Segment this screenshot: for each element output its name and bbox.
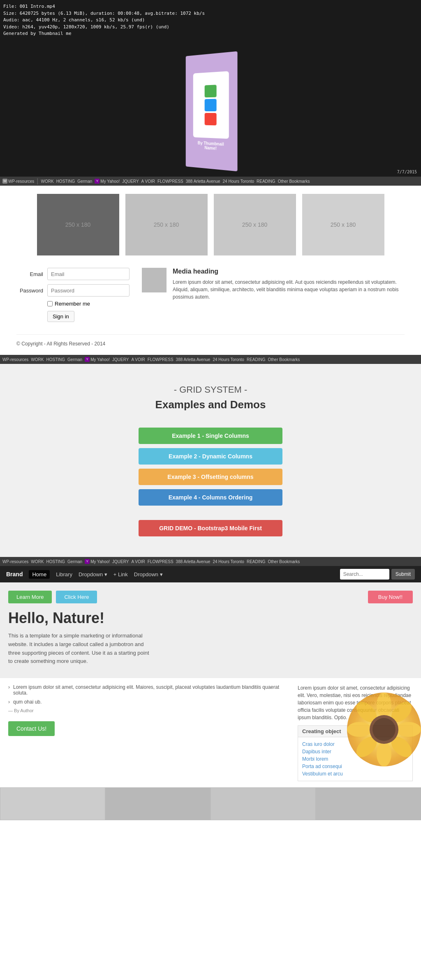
example2-button[interactable]: Example 2 - Dynamic Columns	[139, 448, 282, 465]
remember-label: Remember me	[55, 301, 90, 307]
example1-button[interactable]: Example 1 - Single Columns	[139, 428, 282, 444]
password-input[interactable]	[47, 284, 130, 297]
nav-item-link[interactable]: + Link	[113, 571, 128, 577]
svg-point-2	[396, 722, 421, 737]
grid-buttons: Example 1 - Single Columns Example 2 - D…	[16, 428, 405, 506]
bottom-thumb-2	[105, 787, 210, 820]
svg-point-6	[347, 722, 372, 737]
bookmark3-388[interactable]: 388 Arletta Avenue	[176, 559, 210, 564]
bookmark3-yahoo[interactable]: YMy Yahoo!	[85, 559, 110, 564]
search-form: Submit	[340, 569, 415, 580]
bottom-thumb-1	[0, 787, 105, 820]
bottom-thumb-3	[210, 787, 316, 820]
bookmark3-jquery[interactable]: JQUERY	[112, 559, 129, 564]
carousel-text-1: Lorem ipsum dolor sit amet, consectetur …	[13, 684, 289, 696]
bookmark2-388[interactable]: 388 Arletta Avenue	[176, 357, 210, 362]
phone-screen	[193, 71, 229, 139]
example4-button[interactable]: Example 4 - Columns Ordering	[139, 489, 282, 506]
hero-btn-click[interactable]: Click Here	[56, 591, 97, 603]
nav-item-home[interactable]: Home	[29, 570, 50, 579]
bookmark3-german[interactable]: German	[67, 559, 82, 564]
password-label: Password	[16, 288, 43, 294]
file-info-2: Size: 6420725 bytes (6.13 MiB), duration…	[3, 10, 418, 17]
email-input[interactable]	[47, 268, 130, 280]
bottom-thumbnails	[0, 787, 421, 820]
bookmark3-flowpress[interactable]: FLOWPRESS	[148, 559, 173, 564]
bookmark2-reading[interactable]: READING	[247, 357, 266, 362]
email-group: Email	[16, 268, 130, 280]
media-content: Media heading Lorem ipsum dolor sit amet…	[173, 268, 405, 301]
hero-title: Hello, Nature!	[8, 610, 413, 627]
navbar-brand: Brand	[6, 571, 23, 577]
bookmark3-24h[interactable]: 24 Hours Toronto	[213, 559, 244, 564]
hero-area: Learn More Click Here Buy Now!! Hello, N…	[0, 582, 421, 678]
nav-item-dropdown1[interactable]: Dropdown ▾	[79, 571, 107, 577]
bookmark3-reading[interactable]: READING	[247, 559, 266, 564]
media-block: Media heading Lorem ipsum dolor sit amet…	[142, 268, 405, 301]
bookmarks-bar-3: WP-resources WORK HOSTING German YMy Yah…	[0, 557, 421, 566]
search-input[interactable]	[340, 569, 389, 580]
video-section: File: 001 Intro.mp4 Size: 6420725 bytes …	[0, 0, 421, 177]
file-info-3: Audio: aac, 44100 Hz, 2 channels, s16, 5…	[3, 17, 418, 24]
email-label: Email	[16, 271, 43, 277]
image-row: 250 x 180 250 x 180 250 x 180 250 x 180	[16, 194, 405, 255]
image-3: 250 x 180	[214, 194, 296, 255]
hero-description: This is a template for a simple marketin…	[8, 632, 152, 666]
bottom-thumb-4	[316, 787, 421, 820]
main-content: › Lorem ipsum dolor sit amet, consectetu…	[0, 678, 421, 787]
navbar: Brand Home Library Dropdown ▾ + Link Dro…	[0, 566, 421, 582]
hero-btn-learn[interactable]: Learn More	[8, 591, 52, 603]
media-thumbnail	[142, 268, 167, 292]
bookmark2-other[interactable]: Other Bookmarks	[268, 357, 300, 362]
wordpress-section: 250 x 180 250 x 180 250 x 180 250 x 180 …	[0, 186, 421, 355]
bookmark2-avoir[interactable]: A VOIR	[131, 357, 145, 362]
carousel-item-2: › qum ohai ub.	[8, 699, 289, 705]
bookmark3-work[interactable]: WORK	[31, 559, 44, 564]
main-right-column: Lorem ipsum dolor sit amet, consectetur …	[298, 684, 413, 781]
search-button[interactable]: Submit	[391, 569, 415, 580]
phone-icon-3	[205, 113, 217, 125]
video-info: File: 001 Intro.mp4 Size: 6420725 bytes …	[3, 3, 418, 37]
panel-item-5[interactable]: Vestibulum et arcu	[302, 770, 408, 778]
bookmark2-german[interactable]: German	[67, 357, 82, 362]
nav-item-dropdown2[interactable]: Dropdown ▾	[134, 571, 163, 577]
phone-icon-1	[205, 85, 217, 97]
bookmark3-other[interactable]: Other Bookmarks	[268, 559, 300, 564]
bookmark2-hosting[interactable]: HOSTING	[46, 357, 65, 362]
video-timestamp: 7/7/2015	[397, 170, 417, 174]
example3-button[interactable]: Example 3 - Offsetting columns	[139, 469, 282, 485]
login-form: Email Password Remember me Sign in	[16, 268, 130, 322]
remember-checkbox[interactable]	[47, 301, 53, 306]
svg-point-0	[377, 692, 391, 717]
sunflower-svg	[347, 692, 421, 766]
bookmark2-wp[interactable]: WP-resources	[2, 357, 28, 362]
file-info-4: Video: h264, yuv420p, 1280x720, 1009 kb/…	[3, 24, 418, 31]
grid-demo-button[interactable]: GRID DEMO - Bootstrap3 Mobile First	[139, 520, 282, 536]
sign-in-button[interactable]: Sign in	[47, 311, 74, 322]
yahoo-icon-2: Y	[85, 357, 90, 362]
bookmarks-bar-2: WP-resources WORK HOSTING German YMy Yah…	[0, 355, 421, 364]
svg-point-4	[377, 742, 391, 766]
bootstrap-section: Brand Home Library Dropdown ▾ + Link Dro…	[0, 566, 421, 820]
bookmark3-avoir[interactable]: A VOIR	[131, 559, 145, 564]
login-area: Email Password Remember me Sign in Media…	[16, 268, 405, 322]
bookmark2-24h[interactable]: 24 Hours Toronto	[213, 357, 244, 362]
video-thumbnail: By ThumbnailName!	[186, 51, 238, 171]
bookmark3-hosting[interactable]: HOSTING	[46, 559, 65, 564]
bookmark2-yahoo[interactable]: YMy Yahoo!	[85, 357, 110, 362]
bookmark2-work[interactable]: WORK	[31, 357, 44, 362]
carousel-item-1: › Lorem ipsum dolor sit amet, consectetu…	[8, 684, 289, 696]
nav-item-library[interactable]: Library	[56, 571, 72, 577]
image-4: 250 x 180	[302, 194, 384, 255]
thumbnail-label: By ThumbnailName!	[198, 140, 224, 151]
bookmark2-jquery[interactable]: JQUERY	[112, 357, 129, 362]
bookmark3-wp[interactable]: WP-resources	[2, 559, 28, 564]
video-preview: By ThumbnailName!	[3, 37, 418, 185]
bookmark2-flowpress[interactable]: FLOWPRESS	[148, 357, 173, 362]
author-tag: — By Author	[8, 708, 289, 713]
file-info-5: Generated by Thumbnail me	[3, 30, 418, 37]
contact-us-button[interactable]: Contact Us!	[8, 721, 55, 736]
yahoo-icon-3: Y	[85, 559, 90, 564]
password-group: Password	[16, 284, 130, 297]
hero-btn-buy[interactable]: Buy Now!!	[368, 591, 413, 603]
